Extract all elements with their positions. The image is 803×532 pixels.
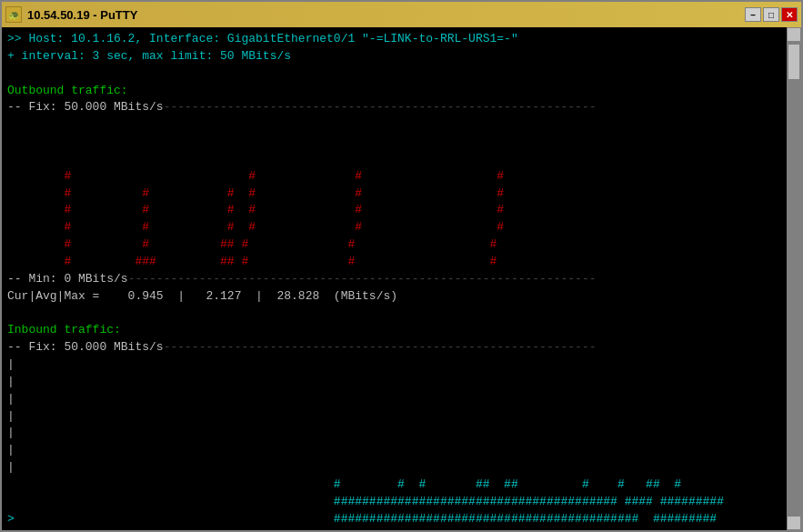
line-in-pipe7: | (7, 459, 781, 477)
line-blank1 (7, 116, 781, 134)
line-outbound-stats: Cur|Avg|Max = 0.945 | 2.127 | 28.828 (MB… (7, 288, 781, 306)
line-in-bar3: > ######################################… (7, 511, 781, 528)
line-out-bar4: # # # # # # (7, 219, 781, 236)
line-out-bar3: # # # # # # (7, 202, 781, 219)
line-in-bar1: # # # ## ## # # ## # (7, 477, 781, 494)
putty-window: 🐢 10.54.50.19 - PuTTY – □ ✕ >> Host: 10.… (0, 0, 803, 532)
line-in-bar4: ########################################… (7, 527, 781, 530)
close-button[interactable]: ✕ (781, 7, 798, 22)
titlebar-buttons: – □ ✕ (745, 7, 798, 22)
scrollbar[interactable]: ▲ ▼ (787, 27, 801, 530)
line-outbound-min: -- Min: 0 MBits/s-----------------------… (7, 271, 781, 288)
line-out-bar2: # # # # # # (7, 186, 781, 203)
terminal-area[interactable]: >> Host: 10.1.16.2, Interface: GigabitEt… (2, 27, 801, 530)
line-blank3 (7, 151, 781, 168)
line-inbound-label: Inbound traffic: (7, 322, 781, 339)
line-in-pipe1: | (7, 356, 781, 374)
line-in-pipe6: | (7, 442, 781, 459)
line-out-bar5: # # ## # # # (7, 236, 781, 254)
line-in-pipe4: | (7, 408, 781, 426)
line-2: + interval: 3 sec, max limit: 50 MBits/s (7, 48, 781, 65)
line-in-pipe3: | (7, 391, 781, 408)
line-blank4 (7, 306, 781, 323)
putty-icon: 🐢 (5, 6, 22, 23)
scroll-track[interactable] (787, 42, 801, 516)
line-out-bar6: # ### ## # # # (7, 254, 781, 271)
line-blank2 (7, 134, 781, 151)
titlebar-left: 🐢 10.54.50.19 - PuTTY (5, 6, 137, 23)
scroll-down-button[interactable]: ▼ (787, 516, 801, 530)
line-out-bar1: # # # # (7, 168, 781, 186)
terminal-content: >> Host: 10.1.16.2, Interface: GigabitEt… (7, 31, 781, 530)
line-outbound-fix: -- Fix: 50.000 MBits/s------------------… (7, 99, 781, 116)
maximize-button[interactable]: □ (763, 7, 779, 22)
line-in-bar2: ########################################… (7, 494, 781, 511)
titlebar: 🐢 10.54.50.19 - PuTTY – □ ✕ (2, 2, 801, 27)
line-1: >> Host: 10.1.16.2, Interface: GigabitEt… (7, 31, 781, 48)
minimize-button[interactable]: – (745, 7, 761, 22)
line-outbound-label: Outbound traffic: (7, 83, 781, 100)
line-in-pipe5: | (7, 425, 781, 442)
scroll-up-button[interactable]: ▲ (787, 27, 801, 42)
line-inbound-fix: -- Fix: 50.000 MBits/s------------------… (7, 339, 781, 356)
window-title: 10.54.50.19 - PuTTY (27, 8, 137, 22)
line-in-pipe2: | (7, 374, 781, 391)
line-3 (7, 65, 781, 83)
scroll-thumb[interactable] (788, 44, 800, 80)
